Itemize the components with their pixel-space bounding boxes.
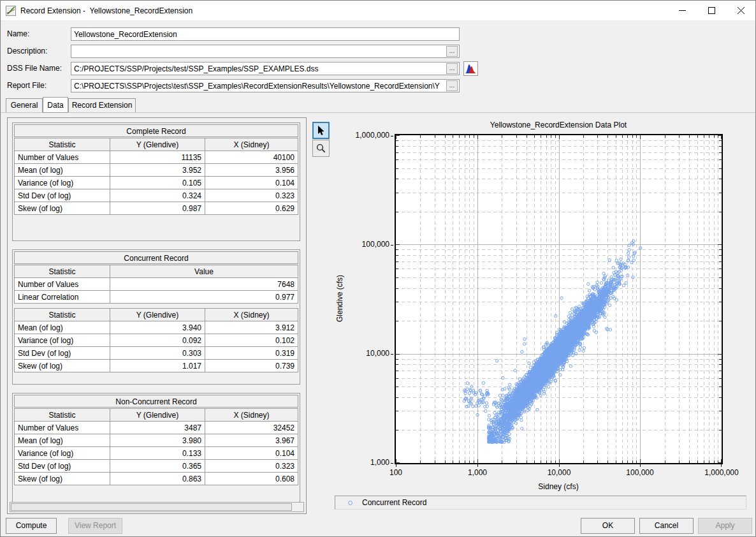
statistics-scroll-pane: Complete Record Statistic Y (Glendive) X… <box>7 117 307 514</box>
dss-file-input[interactable] <box>71 62 460 75</box>
name-input[interactable] <box>71 27 460 41</box>
table-row: Skew (of log) 1.017 0.739 <box>15 360 298 372</box>
ok-button[interactable]: OK <box>581 518 635 534</box>
table-row: Mean (of log) 3.940 3.912 <box>15 321 298 334</box>
stat-value: 0.105 <box>110 177 205 189</box>
stat-name: Std Dev (of log) <box>15 347 110 360</box>
stat-value: 3.980 <box>110 434 205 447</box>
table-header-row: Statistic Value <box>15 265 298 278</box>
stat-value: 3.940 <box>110 321 205 334</box>
concurrent-summary-table: Statistic Value Number of Values 7648 Li… <box>14 265 298 304</box>
compute-button[interactable]: Compute <box>6 518 57 534</box>
x-tick-label: 1,000,000 <box>693 468 750 477</box>
scrollbar-thumb[interactable] <box>11 503 292 511</box>
tab-record-extension[interactable]: Record Extension <box>68 98 136 113</box>
y-tick-label: 100,000 <box>344 240 389 249</box>
stat-value: 0.629 <box>205 202 298 215</box>
plot-title: Yellowstone_RecordExtension Data Plot <box>431 121 686 129</box>
horizontal-scrollbar[interactable] <box>10 502 304 512</box>
table-row: Std Dev (of log) 0.324 0.323 <box>15 189 298 202</box>
x-tick-label: 100 <box>367 468 425 477</box>
stat-name: Number of Values <box>15 151 110 164</box>
stat-value: 0.104 <box>205 177 298 189</box>
pointer-tool-button[interactable] <box>312 122 330 139</box>
close-icon <box>738 7 745 14</box>
tab-data[interactable]: Data <box>43 97 68 113</box>
stat-name: Variance (of log) <box>15 447 110 460</box>
stat-value: 40100 <box>205 151 298 164</box>
close-button[interactable] <box>726 1 755 20</box>
stat-value: 3.952 <box>110 164 205 177</box>
stat-value: 3.956 <box>205 164 298 177</box>
minimize-button[interactable] <box>667 1 697 20</box>
plot-area[interactable] <box>395 134 723 464</box>
scatter-plot-canvas[interactable] <box>396 135 722 463</box>
stat-name: Variance (of log) <box>15 334 110 347</box>
x-axis-tick <box>477 464 478 467</box>
x-axis-label: Sidney (cfs) <box>495 482 622 491</box>
maximize-icon <box>708 7 715 14</box>
stat-value: 0.365 <box>110 460 205 473</box>
app-icon <box>6 6 16 16</box>
column-header: X (Sidney) <box>205 138 298 151</box>
column-header: Statistic <box>15 409 110 422</box>
record-extension-window: Record Extension - Yellowstone_RecordExt… <box>0 0 756 537</box>
report-browse-button[interactable]: ... <box>446 80 458 91</box>
title-bar: Record Extension - Yellowstone_RecordExt… <box>1 1 755 21</box>
y-axis-tick <box>391 354 393 355</box>
table-row: Std Dev (of log) 0.365 0.323 <box>15 460 298 473</box>
stat-value: 3487 <box>110 422 205 434</box>
magnifier-icon <box>316 143 326 153</box>
stat-name: Mean (of log) <box>15 164 110 177</box>
view-report-button[interactable]: View Report <box>68 518 122 534</box>
dss-file-label: DSS File Name: <box>7 62 62 75</box>
stat-value: 11135 <box>110 151 205 164</box>
description-input[interactable] <box>71 45 460 58</box>
column-header: Statistic <box>15 309 110 321</box>
stat-name: Std Dev (of log) <box>15 189 110 202</box>
tab-general[interactable]: General <box>6 98 43 113</box>
stat-value: 0.303 <box>110 347 205 360</box>
cancel-button[interactable]: Cancel <box>639 518 694 534</box>
table-row: Mean (of log) 3.980 3.967 <box>15 434 298 447</box>
zoom-tool-button[interactable] <box>312 140 330 157</box>
stat-value: 0.104 <box>205 447 298 460</box>
column-header: Y (Glendive) <box>110 138 205 151</box>
y-tick-label: 10,000 <box>344 349 389 358</box>
stat-name: Skew (of log) <box>15 360 110 372</box>
complete-record-panel: Complete Record Statistic Y (Glendive) X… <box>12 122 300 241</box>
y-axis-tick <box>391 136 393 136</box>
column-header: Statistic <box>15 138 110 151</box>
table-row: Mean (of log) 3.952 3.956 <box>15 164 298 177</box>
column-header: Value <box>110 265 298 278</box>
table-header-row: Statistic Y (Glendive) X (Sidney) <box>15 138 298 151</box>
dss-browse-button[interactable]: ... <box>446 63 458 74</box>
stat-name: Std Dev (of log) <box>15 460 110 473</box>
nonconcurrent-record-panel: Non-Concurrent Record Statistic Y (Glend… <box>12 393 300 511</box>
column-header: X (Sidney) <box>205 309 298 321</box>
stat-value: 0.987 <box>110 202 205 215</box>
stat-value: 0.092 <box>110 334 205 347</box>
nonconcurrent-record-title: Non-Concurrent Record <box>14 395 298 408</box>
complete-record-title: Complete Record <box>14 124 298 137</box>
stat-value: 0.319 <box>205 347 298 360</box>
maximize-button[interactable] <box>697 1 726 20</box>
table-row: Std Dev (of log) 0.303 0.319 <box>15 347 298 360</box>
table-row: Linear Correlation 0.977 <box>15 291 298 304</box>
plot-dss-button[interactable] <box>463 61 478 76</box>
apply-button[interactable]: Apply <box>698 518 752 534</box>
stat-name: Number of Values <box>15 422 110 434</box>
y-axis-tick <box>391 245 393 246</box>
stat-value: 0.977 <box>110 291 298 304</box>
report-file-input[interactable] <box>71 79 460 92</box>
x-axis-tick <box>721 464 722 467</box>
table-row: Number of Values 11135 40100 <box>15 151 298 164</box>
x-axis-tick <box>559 464 560 467</box>
table-row: Skew (of log) 0.863 0.608 <box>15 473 298 485</box>
complete-record-table: Statistic Y (Glendive) X (Sidney) Number… <box>14 138 298 215</box>
stat-value: 0.608 <box>205 473 298 485</box>
stat-name: Number of Values <box>15 278 110 291</box>
y-axis-label: Glendive (cfs) <box>335 235 344 362</box>
column-header: Y (Glendive) <box>110 409 205 422</box>
description-browse-button[interactable]: ... <box>446 46 458 57</box>
